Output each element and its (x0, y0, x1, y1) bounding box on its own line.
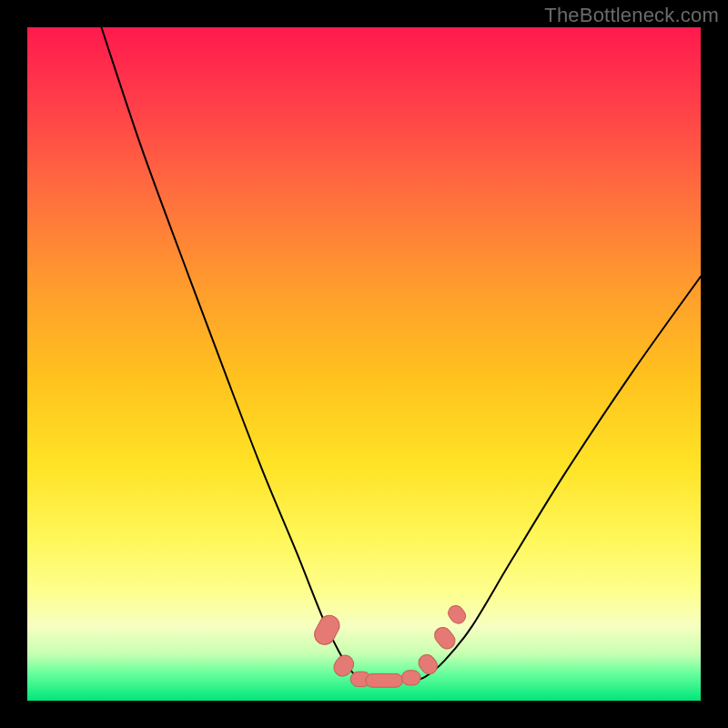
watermark-text: TheBottleneck.com (544, 4, 719, 27)
chart-curve-left-curve (101, 27, 370, 681)
chart-plot-area (27, 27, 701, 701)
chart-marker-7 (445, 602, 469, 626)
chart-svg (27, 27, 701, 701)
chart-marker-4 (401, 671, 420, 685)
chart-marker-0 (311, 612, 343, 648)
chart-marker-3 (366, 673, 403, 687)
chart-marker-6 (431, 624, 458, 652)
chart-stage: TheBottleneck.com (0, 0, 728, 728)
chart-curves (101, 27, 701, 681)
